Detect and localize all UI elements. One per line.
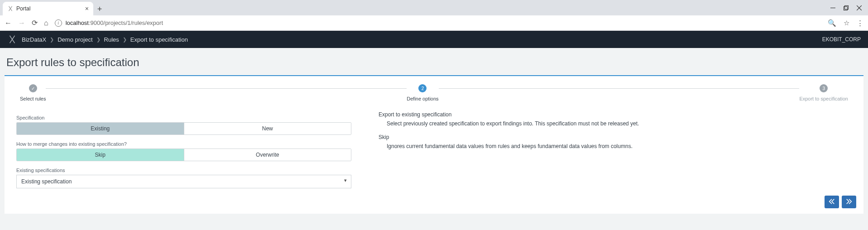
site-info-icon[interactable]: i [55,19,62,27]
step-1-label: Select rules [20,96,46,101]
spec-existing-button[interactable]: Existing [17,123,184,134]
form-left: Specification Existing New How to merge … [16,111,351,188]
existing-spec-label: Existing specifications [16,168,351,173]
wizard-prev-button[interactable] [825,196,839,208]
step-1[interactable]: ✓ Select rules [20,84,46,101]
step-2-label: Define options [407,96,438,101]
help-export-title: Export to existing specification [379,111,852,118]
maximize-icon[interactable] [844,5,849,10]
step-2-number: 2 [418,84,427,92]
step-2[interactable]: 2 Define options [407,84,438,101]
kebab-menu-icon[interactable]: ⋮ [857,19,863,27]
chevron-right-icon: ❯ [96,37,101,43]
page: Export rules to specification ✓ Select r… [0,48,868,218]
wizard-next-button[interactable] [842,196,856,208]
x-favicon-icon [7,5,14,12]
spec-new-button[interactable]: New [184,123,351,134]
addr-right-icons: 🔍 ☆ ⋮ [828,19,863,27]
merge-skip-button[interactable]: Skip [17,149,184,161]
wizard-card: ✓ Select rules 2 Define options 3 Export… [5,75,863,214]
page-title: Export rules to specification [5,53,863,75]
help-skip-title: Skip [379,134,852,140]
chevron-right-icon: ❯ [123,37,127,43]
form-body: Specification Existing New How to merge … [16,111,852,188]
crumb-rules[interactable]: Rules [104,36,119,43]
window-close-icon[interactable] [857,5,862,10]
browser-tab[interactable]: Portal × [3,2,93,15]
user-label[interactable]: EKOBIT_CORP [822,36,861,43]
specification-toggle: Existing New [16,122,351,135]
merge-label: How to merge changes into existing speci… [16,141,351,147]
crumb-root[interactable]: BizDataX [22,36,46,43]
check-icon: ✓ [29,84,37,92]
forward-icon: → [18,19,25,27]
merge-toggle: Skip Overwrite [16,149,351,161]
back-icon[interactable]: ← [5,19,12,27]
help-export-desc: Select previously created specification … [387,120,852,128]
double-chevron-right-icon [846,199,852,206]
tab-title: Portal [16,5,82,12]
app-header: BizDataX ❯ Demo project ❯ Rules ❯ Export… [0,31,868,48]
reload-icon[interactable]: ⟳ [32,19,38,27]
existing-spec-select-wrapper: Existing specification [16,175,351,188]
wizard-nav [825,196,856,208]
minimize-icon[interactable] [830,5,835,10]
browser-tab-strip: Portal × + [0,0,868,15]
stepper: ✓ Select rules 2 Define options 3 Export… [20,84,848,101]
existing-spec-select[interactable]: Existing specification [16,175,351,188]
svg-rect-1 [844,6,848,10]
zoom-icon[interactable]: 🔍 [828,19,836,27]
step-connector [46,88,407,89]
specification-label: Specification [16,115,351,120]
double-chevron-left-icon [829,199,835,206]
window-controls [830,0,868,15]
help-skip-desc: Ignores current fundamental data values … [387,142,852,150]
bookmark-star-icon[interactable]: ☆ [844,19,849,27]
url-host: localhost [66,19,89,26]
home-icon[interactable]: ⌂ [44,19,48,27]
app-logo-icon[interactable] [7,34,17,44]
svg-rect-2 [845,5,849,9]
step-3-label: Export to specification [799,96,848,101]
help-panel: Export to existing specification Select … [379,111,852,188]
crumb-project[interactable]: Demo project [58,36,92,43]
step-connector [439,88,800,89]
step-3-number: 3 [820,84,828,92]
merge-overwrite-button[interactable]: Overwrite [184,149,351,161]
new-tab-button[interactable]: + [93,3,106,15]
breadcrumb: BizDataX ❯ Demo project ❯ Rules ❯ Export… [22,36,188,43]
url-field[interactable]: i localhost:9000/projects/1/rules/export [55,15,821,30]
chevron-right-icon: ❯ [50,37,54,43]
close-tab-icon[interactable]: × [85,5,89,12]
url-path: :9000/projects/1/rules/export [89,19,163,26]
crumb-current: Export to specification [130,36,188,43]
step-3: 3 Export to specification [799,84,848,101]
address-bar: ← → ⟳ ⌂ i localhost:9000/projects/1/rule… [0,15,868,31]
nav-buttons: ← → ⟳ ⌂ [5,19,48,27]
